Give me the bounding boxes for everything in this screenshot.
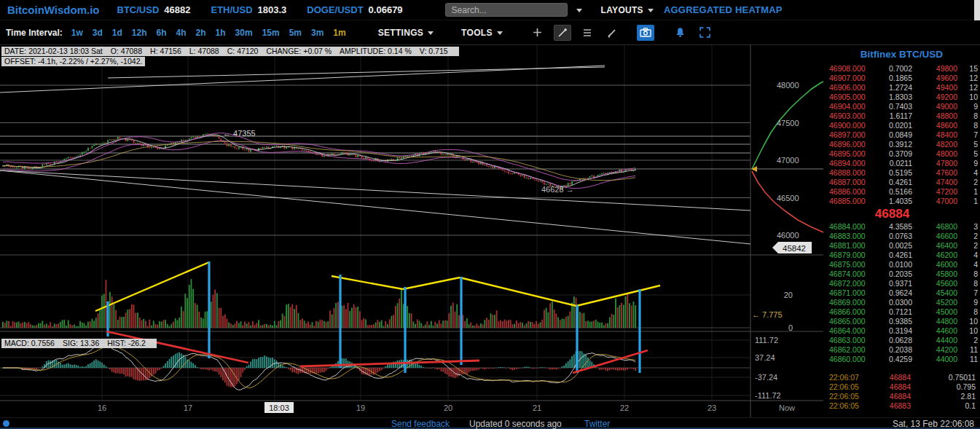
ask-row: 46908.0000.70024980015: [823, 64, 980, 74]
trade-row: 22:06:05468830.1: [823, 401, 980, 411]
bid-row: 46869.0000.0300452009: [823, 298, 980, 307]
ask-row: 46897.0000.0849484007: [823, 130, 980, 140]
draw-line-tool-button[interactable]: [554, 25, 571, 41]
svg-text:21: 21: [533, 404, 541, 412]
twitter-link[interactable]: Twitter: [584, 419, 610, 429]
bid-row: 46863.0000.0628444002: [823, 336, 980, 345]
ticker-pair: DOGE/USDT: [307, 4, 363, 15]
bid-row: 46872.0000.9371456008: [823, 279, 980, 288]
interval-15m[interactable]: 15m: [262, 28, 280, 38]
expand-icon: [699, 27, 710, 38]
ask-row: 46904.0000.7403490009: [823, 102, 980, 111]
ticker-price: 1803.3: [258, 4, 287, 15]
ask-row: 46896.0000.3912482005: [823, 140, 980, 149]
interval-6h[interactable]: 6h: [157, 28, 167, 38]
interval-2h[interactable]: 2h: [196, 28, 206, 38]
logo[interactable]: BitcoinWisdom.io: [7, 4, 100, 16]
interval-3d[interactable]: 3d: [93, 28, 103, 38]
interval-1m[interactable]: 1m: [333, 28, 345, 38]
search-input[interactable]: [445, 3, 568, 17]
bid-row: 46875.0000.0100460004: [823, 260, 980, 269]
svg-text:17: 17: [184, 404, 192, 412]
interval-toolbar: Time Interval: 1w3d1d12h6h4h2h1h30m15m5m…: [0, 20, 980, 45]
add-indicator-button[interactable]: [529, 25, 546, 41]
svg-text:47500: 47500: [777, 119, 799, 127]
svg-text:46500: 46500: [777, 194, 799, 202]
settings-label: SETTINGS: [378, 28, 423, 38]
screenshot-camera-button[interactable]: [637, 25, 654, 41]
layouts-button[interactable]: LAYOUTS: [601, 5, 654, 15]
svg-text:46628 →: 46628 →: [541, 185, 574, 194]
drawings-list-button[interactable]: [579, 25, 596, 41]
interval-12h[interactable]: 12h: [132, 28, 147, 38]
ask-row: 46907.0000.18654960012: [823, 74, 980, 83]
settings-button[interactable]: SETTINGS: [378, 28, 434, 38]
svg-text:19: 19: [356, 404, 365, 412]
svg-text:← 7.775: ← 7.775: [752, 310, 783, 319]
bid-row: 46879.0000.4261462004: [823, 251, 980, 260]
trade-row: 22:06:05468840.795: [823, 382, 980, 392]
bids-list: 46884.0004.358546800346883.0000.07634660…: [823, 222, 980, 364]
layouts-label: LAYOUTS: [601, 5, 643, 15]
aggregated-heatmap-link[interactable]: AGGREGATED HEATMAP: [664, 4, 783, 15]
fullscreen-button[interactable]: [697, 25, 714, 41]
plus-icon: [533, 28, 542, 37]
asks-list: 46908.0000.7002498001546907.0000.1865496…: [823, 64, 980, 206]
last-price: 46884: [823, 206, 980, 222]
ticker-doge-usdt[interactable]: DOGE/USDT0.06679: [307, 4, 402, 15]
svg-text:18:03: 18:03: [269, 404, 289, 412]
bid-row: 46883.0000.0763466002: [823, 232, 980, 241]
trade-row: 22:06:07468840.75011: [823, 373, 980, 382]
brush-tool-button[interactable]: [603, 25, 621, 41]
svg-text:46000: 46000: [777, 231, 799, 240]
interval-30m[interactable]: 30m: [235, 28, 253, 38]
updated-status: Updated 0 seconds ago: [469, 419, 562, 429]
bid-row: 46874.0000.2035458008: [823, 269, 980, 279]
send-feedback-link[interactable]: Send feedback: [391, 419, 450, 429]
search-dropdown-button[interactable]: [568, 1, 587, 18]
status-icon: [3, 420, 9, 427]
interval-3m[interactable]: 3m: [311, 28, 324, 38]
orderbook-title: Bitfinex BTC/USD: [823, 45, 980, 64]
ticker-pair: ETH/USD: [211, 4, 252, 15]
ticker-price: 0.06679: [369, 4, 403, 15]
interval-1w[interactable]: 1w: [71, 28, 83, 38]
ticker-price: 46882: [164, 4, 190, 15]
chevron-down-icon: [648, 9, 654, 12]
interval-5m[interactable]: 5m: [289, 28, 302, 38]
ask-row: 46903.0001.6117488008: [823, 111, 980, 121]
ticker-eth-usd[interactable]: ETH/USD1803.3: [211, 4, 286, 15]
svg-text:45842: 45842: [783, 244, 806, 253]
status-bar: Send feedback Updated 0 seconds ago Twit…: [0, 417, 980, 429]
offset-readout: OFFSET: -4.1h, -2.22% / +2.27%, -1042.: [1, 57, 145, 66]
chart-tool-icons: [529, 25, 714, 41]
price-chart[interactable]: 4800047500470004650046000200← 7.775111.7…: [0, 45, 823, 417]
trades-list: 22:06:07468840.7501122:06:05468840.79522…: [823, 373, 980, 411]
ask-row: 46895.0000.3709480005: [823, 149, 980, 159]
bell-icon: [675, 27, 686, 38]
ticker-pair: BTC/USD: [117, 4, 160, 15]
svg-text:0: 0: [788, 323, 793, 332]
clock: Sat, 13 Feb 22:06:08: [893, 419, 974, 429]
bid-row: 46860.0000.42594400011: [823, 355, 980, 364]
ask-row: 46905.0001.83034920010: [823, 93, 980, 102]
scrollbar-thumb[interactable]: [974, 0, 980, 20]
interval-4h[interactable]: 4h: [176, 28, 187, 38]
ticker-btc-usd[interactable]: BTC/USD46882: [117, 4, 191, 15]
ask-row: 46900.0000.0201486008: [823, 121, 980, 130]
interval-1h[interactable]: 1h: [216, 28, 226, 38]
svg-text:Now: Now: [779, 404, 795, 412]
alerts-bell-button[interactable]: [672, 25, 689, 41]
lines-list-icon: [582, 28, 592, 38]
svg-text:16: 16: [98, 404, 106, 412]
ask-row: 46887.0000.4261474002: [823, 178, 980, 187]
ticker-nav: BTC/USD46882ETH/USD1803.3DOGE/USDT0.0667…: [117, 4, 403, 15]
bid-row: 46864.0000.31944460010: [823, 326, 980, 336]
bitcoinwisdom-app: BitcoinWisdom.io BTC/USD46882ETH/USD1803…: [0, 0, 980, 429]
tools-button[interactable]: TOOLS: [461, 28, 503, 38]
ask-row: 46906.0001.27244940012: [823, 83, 980, 93]
svg-text:← 47355: ← 47355: [223, 129, 256, 138]
bid-row: 46884.0004.3585468003: [823, 222, 980, 232]
interval-1d[interactable]: 1d: [112, 28, 122, 38]
chevron-down-icon: [428, 31, 434, 35]
